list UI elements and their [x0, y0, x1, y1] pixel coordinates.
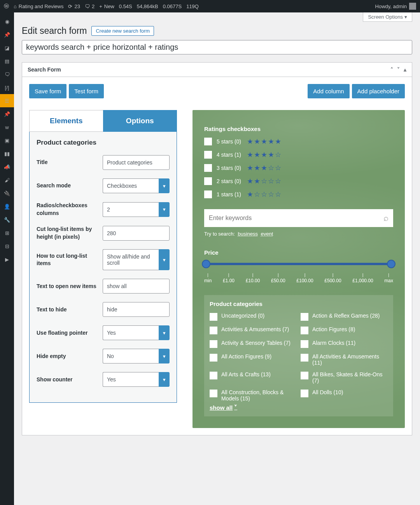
rating-checkbox[interactable] — [204, 177, 212, 185]
star-icon: ★ — [254, 151, 260, 158]
rating-checkbox[interactable] — [204, 151, 212, 159]
category-checkbox[interactable] — [210, 340, 217, 348]
star-icon: ★ — [254, 164, 260, 171]
menu-dashboard-icon[interactable]: ◉ — [0, 15, 14, 28]
screen-options-button[interactable]: Screen Options ▾ — [363, 12, 412, 22]
menu-pages-icon[interactable]: ▤ — [0, 54, 14, 68]
price-tick: £10.00 — [246, 273, 260, 283]
select-columns[interactable]: 2▾ — [103, 202, 170, 217]
rating-label: 4 stars (1) — [217, 152, 242, 158]
search-icon[interactable]: ⌕ — [383, 213, 388, 223]
menu-shortcode-icon[interactable]: [/] — [0, 81, 14, 94]
menu-play-icon[interactable]: ▶ — [0, 253, 14, 266]
form-name-input[interactable] — [22, 40, 412, 54]
input-text-hide[interactable] — [103, 302, 170, 317]
menu-users-icon[interactable]: 👤 — [0, 200, 14, 213]
category-checkbox[interactable] — [210, 372, 217, 379]
add-column-button[interactable]: Add column — [308, 84, 349, 98]
category-checkbox[interactable] — [301, 372, 308, 379]
rating-checkbox[interactable] — [204, 138, 212, 145]
admin-side-menu: ◉ 📌 ◪ ▤ 🗨 [/] ☰ 📌 w ▣ ▮▮ 📣 🖌 🔌 👤 🔧 ⊞ ⊟ ▶ — [0, 12, 14, 435]
label-text-open: Text to open new items — [37, 283, 103, 290]
select-hide-empty[interactable]: No▾ — [103, 349, 170, 363]
category-checkbox[interactable] — [301, 313, 308, 321]
refresh-group[interactable]: ⟳ 23 — [68, 3, 80, 9]
category-checkbox[interactable] — [301, 327, 308, 334]
category-checkbox[interactable] — [210, 390, 217, 397]
category-label: Activities & Amusements (7) — [221, 326, 289, 332]
slider-handle-min[interactable] — [202, 260, 210, 268]
category-item: Activity & Sensory Tables (7) — [210, 340, 297, 348]
menu-active-icon[interactable]: ☰ — [0, 94, 14, 107]
category-label: Uncategorized (0) — [221, 313, 264, 319]
menu-appearance-icon[interactable]: 🖌 — [0, 173, 14, 187]
chevron-up-icon[interactable]: ˄ — [390, 66, 393, 73]
category-checkbox[interactable] — [210, 354, 217, 362]
price-tick: £500.00 — [324, 273, 341, 283]
category-checkbox[interactable] — [301, 340, 308, 348]
site-link[interactable]: ⌂ Rating and Reviews — [14, 3, 63, 9]
input-text-open[interactable] — [103, 279, 170, 294]
input-cut-height[interactable] — [103, 226, 170, 241]
refresh-icon: ⟳ — [68, 3, 72, 9]
menu-tools-icon[interactable]: 🔧 — [0, 213, 14, 226]
category-checkbox[interactable] — [301, 390, 308, 397]
category-label: Activity & Sensory Tables (7) — [221, 340, 290, 346]
chevron-down-icon: ▾ — [159, 202, 170, 217]
menu-products-icon[interactable]: ▣ — [0, 134, 14, 147]
star-icon: ☆ — [261, 178, 267, 185]
show-all-link[interactable]: show all ˅ — [210, 404, 388, 411]
menu-pin2-icon[interactable]: 📌 — [0, 107, 14, 121]
tab-elements[interactable]: Elements — [29, 110, 103, 132]
menu-analytics-icon[interactable]: ▮▮ — [0, 147, 14, 160]
select-search-mode[interactable]: Checkboxes▾ — [103, 178, 170, 193]
wp-logo-icon[interactable]: ⓦ — [4, 3, 9, 10]
rating-label: 2 stars (0) — [217, 178, 242, 184]
keyword-input[interactable] — [209, 215, 383, 222]
rating-checkbox[interactable] — [204, 190, 212, 198]
panel-heading: Product categories — [37, 139, 170, 147]
category-checkbox[interactable] — [210, 327, 217, 334]
menu-woo-icon[interactable]: w — [0, 121, 14, 134]
add-placeholder-button[interactable]: Add placeholder — [352, 84, 405, 98]
try-link-business[interactable]: business — [238, 231, 258, 237]
star-icon: ★ — [247, 191, 253, 198]
menu-marketing-icon[interactable]: 📣 — [0, 160, 14, 173]
category-item: All Action Figures (9) — [210, 353, 297, 366]
caret-up-icon[interactable]: ▴ — [404, 66, 406, 73]
select-show-counter[interactable]: Yes▾ — [103, 372, 170, 387]
select-how-cut[interactable]: Show all/hide and scroll▾ — [103, 249, 170, 270]
screen-options-label: Screen Options — [368, 14, 403, 20]
input-title[interactable] — [103, 155, 170, 170]
create-new-button[interactable]: Create new search form — [91, 26, 154, 36]
menu-pin-icon[interactable]: 📌 — [0, 28, 14, 41]
chevron-down-icon[interactable]: ˅ — [397, 66, 400, 73]
slider-handle-max[interactable] — [387, 260, 396, 268]
categories-title: Product categories — [210, 301, 388, 307]
search-form-postbox: Search Form ˄ ˅ ▴ Save form Test form Ad… — [22, 62, 412, 435]
show-all-label: show all — [210, 404, 233, 411]
stat-0: 0.54S — [119, 3, 132, 9]
save-form-button[interactable]: Save form — [29, 84, 66, 98]
select-floating[interactable]: Yes▾ — [103, 325, 170, 340]
rating-checkbox[interactable] — [204, 164, 212, 172]
avatar — [409, 3, 416, 10]
tab-options[interactable]: Options — [103, 110, 177, 132]
try-link-event[interactable]: event — [261, 231, 273, 237]
menu-plugins-icon[interactable]: 🔌 — [0, 187, 14, 200]
menu-comments-icon[interactable]: 🗨 — [0, 68, 14, 81]
price-slider[interactable] — [204, 262, 393, 266]
category-checkbox[interactable] — [210, 313, 217, 321]
test-form-button[interactable]: Test form — [69, 84, 104, 98]
menu-collapse-icon[interactable]: ⊟ — [0, 239, 14, 253]
user-menu[interactable]: Howdy, admin — [375, 3, 416, 10]
category-checkbox[interactable] — [301, 354, 308, 362]
menu-media-icon[interactable]: ◪ — [0, 41, 14, 54]
star-icon: ★ — [247, 164, 253, 171]
category-label: Alarm Clocks (11) — [312, 340, 355, 346]
new-link[interactable]: + New — [99, 3, 114, 9]
comment-group[interactable]: 🗨 2 — [85, 3, 94, 9]
category-label: All Action Figures (9) — [221, 353, 271, 360]
menu-settings-icon[interactable]: ⊞ — [0, 226, 14, 239]
new-label: New — [104, 3, 114, 9]
